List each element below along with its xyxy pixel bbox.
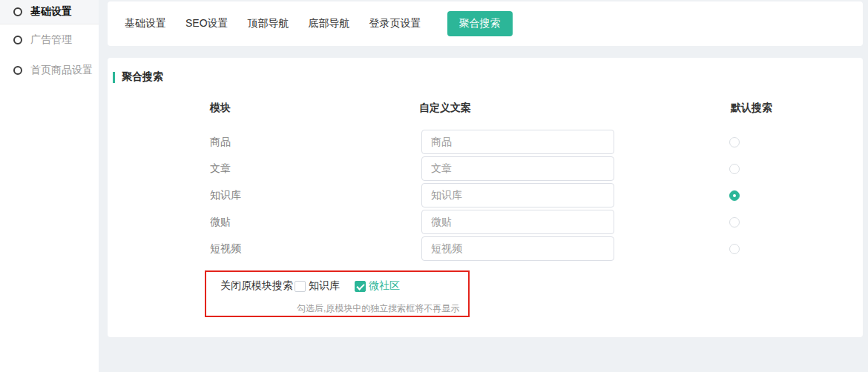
column-header-default-search: 默认搜索 [731, 102, 772, 115]
radio-circle-icon [13, 36, 22, 44]
table-row: 商品 [108, 130, 863, 154]
column-header-module: 模块 [210, 102, 231, 115]
tab-bar: 基础设置 SEO设置 顶部导航 底部导航 登录页设置 聚合搜索 [108, 1, 863, 46]
checkbox-label: 知识库 [309, 279, 340, 293]
custom-text-input[interactable] [421, 210, 614, 234]
tab-basic-settings[interactable]: 基础设置 [125, 17, 166, 30]
custom-text-input[interactable] [421, 183, 614, 207]
default-search-radio[interactable] [729, 244, 740, 254]
tab-top-navigation[interactable]: 顶部导航 [248, 17, 289, 30]
section-header: 聚合搜索 [113, 70, 163, 84]
tab-seo-settings[interactable]: SEO设置 [185, 17, 228, 30]
checkbox-label: 微社区 [369, 279, 400, 293]
table-row: 微贴 [108, 210, 863, 234]
module-label: 文章 [210, 162, 231, 176]
checkbox-icon [355, 281, 366, 292]
sidebar-item-basic-settings[interactable]: 基础设置 [0, 0, 99, 24]
sidebar: 基础设置 广告管理 首页商品设置 [0, 0, 99, 372]
sidebar-item-home-product-settings[interactable]: 首页商品设置 [0, 55, 99, 85]
section-accent-bar [113, 72, 115, 83]
tab-bottom-navigation[interactable]: 底部导航 [309, 17, 350, 30]
table-row: 知识库 [108, 183, 863, 207]
module-label: 微贴 [210, 216, 231, 229]
module-label: 短视频 [210, 242, 241, 256]
checkbox-icon [295, 281, 306, 292]
table-row: 文章 [108, 156, 863, 181]
custom-text-input[interactable] [421, 130, 614, 154]
default-search-radio[interactable] [729, 217, 740, 227]
checkbox-knowledge-base[interactable]: 知识库 [295, 279, 340, 293]
checkbox-hint-text: 勾选后,原模块中的独立搜索框将不再显示 [297, 302, 459, 315]
default-search-radio[interactable] [729, 137, 740, 147]
module-label: 商品 [210, 136, 231, 149]
aggregate-search-panel: 聚合搜索 模块 自定义文案 默认搜索 商品 文章 知识库 微贴 短视频 [108, 58, 863, 337]
sidebar-item-label: 广告管理 [30, 33, 72, 47]
sidebar-item-label: 基础设置 [30, 5, 72, 19]
default-search-radio[interactable] [729, 190, 740, 201]
tab-aggregate-search[interactable]: 聚合搜索 [447, 11, 513, 36]
column-header-custom-text: 自定义文案 [419, 102, 471, 115]
section-title: 聚合搜索 [122, 70, 163, 84]
module-label: 知识库 [210, 189, 241, 202]
table-row: 短视频 [108, 236, 863, 261]
checkbox-micro-community[interactable]: 微社区 [355, 279, 400, 293]
settings-page: 基础设置 广告管理 首页商品设置 基础设置 SEO设置 顶部导航 底部导航 登录… [0, 0, 868, 372]
radio-circle-icon [13, 7, 22, 16]
sidebar-item-label: 首页商品设置 [30, 64, 93, 77]
custom-text-input[interactable] [421, 236, 614, 261]
custom-text-input[interactable] [421, 156, 614, 181]
tab-login-page-settings[interactable]: 登录页设置 [369, 17, 421, 30]
default-search-radio[interactable] [729, 164, 740, 174]
sidebar-item-ad-management[interactable]: 广告管理 [0, 24, 99, 55]
close-module-search-label: 关闭原模块搜索 [220, 279, 293, 293]
radio-circle-icon [13, 66, 22, 75]
